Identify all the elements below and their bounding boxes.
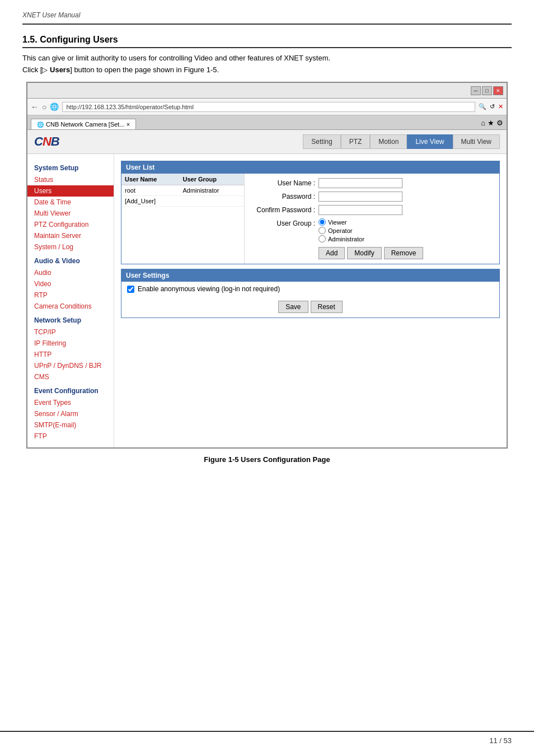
radio-operator-input[interactable]: [318, 227, 326, 234]
sidebar-item-video[interactable]: Video: [27, 278, 114, 290]
stop-icon: ✕: [498, 103, 503, 110]
sidebar-item-maintain[interactable]: Maintain Server: [27, 230, 114, 241]
nav-tab-ptz[interactable]: PTZ: [341, 134, 371, 149]
instruction-bold: Users: [50, 66, 70, 74]
password-input[interactable]: [318, 192, 402, 202]
address-input[interactable]: http://192.168.123.35/html/operator/Setu…: [62, 102, 475, 112]
remove-button[interactable]: Remove: [384, 247, 424, 259]
username-input[interactable]: [318, 178, 402, 188]
page-number: 11 / 53: [489, 736, 512, 745]
manual-title: XNET User Manual: [22, 11, 512, 25]
radio-viewer-input[interactable]: [318, 218, 326, 226]
sidebar-item-datetime[interactable]: Date & Time: [27, 197, 114, 208]
home-icon[interactable]: ⌂: [481, 119, 485, 127]
confirm-row: Confirm Password :: [251, 205, 493, 215]
password-label: Password :: [251, 193, 318, 200]
section-desc: This can give or limit authority to user…: [22, 54, 512, 62]
browser-tab-icons: ⌂ ★ ⚙: [481, 119, 503, 129]
user-list-panel-body: User Name User Group root Administrator …: [121, 174, 499, 264]
radio-operator-label: Operator: [328, 227, 352, 234]
sidebar-item-multiviewer[interactable]: Multi Viewer: [27, 208, 114, 219]
instruction-icon: ▷: [42, 66, 48, 74]
user-adduser-group: [183, 198, 241, 204]
password-row: Password :: [251, 192, 493, 202]
col-usergroup-header: User Group: [183, 176, 241, 183]
confirm-input[interactable]: [318, 205, 402, 215]
radio-operator[interactable]: Operator: [318, 227, 364, 234]
modify-button[interactable]: Modify: [347, 247, 381, 259]
nav-tab-motion[interactable]: Motion: [370, 134, 407, 149]
radio-viewer[interactable]: Viewer: [318, 218, 364, 226]
col-username-header: User Name: [125, 176, 183, 183]
nav-tab-setting[interactable]: Setting: [303, 134, 340, 149]
user-settings-body: Enable anonymous viewing (log-in not req…: [121, 282, 499, 296]
cnb-logo: CNB: [34, 134, 59, 149]
sidebar-item-tcpip[interactable]: TCP/IP: [27, 326, 114, 338]
browser-address-bar: ← ○ 🌐 http://192.168.123.35/html/operato…: [27, 99, 507, 115]
user-settings-panel: User Settings Enable anonymous viewing (…: [121, 269, 500, 318]
nav-tabs: Setting PTZ Motion Live View Multi View: [303, 134, 500, 149]
usergroup-row: User Group : Viewer Operator: [251, 218, 493, 242]
page-container: XNET User Manual 1.5. Configuring Users …: [0, 0, 534, 756]
sidebar-item-sensor[interactable]: Sensor / Alarm: [27, 408, 114, 419]
anonymous-viewing-checkbox[interactable]: [127, 286, 134, 293]
radio-administrator-input[interactable]: [318, 235, 326, 242]
sidebar-item-http[interactable]: HTTP: [27, 349, 114, 360]
user-table: User Name User Group root Administrator …: [121, 174, 245, 264]
anonymous-viewing-label: Enable anonymous viewing (log-in not req…: [138, 285, 280, 293]
back-button[interactable]: ←: [31, 102, 39, 111]
radio-group: Viewer Operator Administra: [318, 218, 364, 242]
browser-window: ─ □ ✕ ← ○ 🌐 http://192.168.123.35/html/o…: [26, 82, 508, 449]
sidebar-item-status[interactable]: Status: [27, 174, 114, 185]
sidebar: System Setup Status Users Date & Time Mu…: [27, 154, 114, 447]
star-icon[interactable]: ★: [488, 119, 494, 127]
figure-caption: Figure 1-5 Users Configuration Page: [22, 455, 512, 464]
username-row: User Name :: [251, 178, 493, 188]
browser-tab-bar: 🌐 CNB Network Camera [Set... × ⌂ ★ ⚙: [27, 115, 507, 130]
anonymous-viewing-row[interactable]: Enable anonymous viewing (log-in not req…: [127, 285, 494, 293]
radio-administrator[interactable]: Administrator: [318, 235, 364, 242]
sidebar-section-system: System Setup: [27, 160, 114, 174]
user-adduser: [Add_User]: [125, 198, 183, 204]
sidebar-item-rtp[interactable]: RTP: [27, 290, 114, 301]
save-button[interactable]: Save: [278, 301, 308, 313]
sidebar-section-event: Event Configuration: [27, 382, 114, 397]
nav-tab-liveview[interactable]: Live View: [407, 134, 452, 149]
tab-label: CNB Network Camera [Set... ×: [46, 121, 130, 128]
table-row[interactable]: root Administrator: [121, 185, 244, 196]
sidebar-item-users[interactable]: Users: [27, 185, 114, 197]
section-number: 1.5.: [22, 35, 38, 44]
close-button[interactable]: ✕: [493, 86, 503, 95]
sidebar-item-upnp[interactable]: UPnP / DynDNS / BJR: [27, 360, 114, 371]
browser-titlebar: ─ □ ✕: [27, 83, 507, 99]
add-button[interactable]: Add: [318, 247, 345, 259]
sidebar-item-audio[interactable]: Audio: [27, 267, 114, 278]
gear-icon[interactable]: ⚙: [496, 119, 503, 127]
minimize-button[interactable]: ─: [471, 86, 481, 95]
browser-tab[interactable]: 🌐 CNB Network Camera [Set... ×: [31, 119, 136, 129]
sidebar-item-syslog[interactable]: System / Log: [27, 241, 114, 253]
search-icon: 🔍: [479, 103, 486, 110]
section-title: 1.5. Configuring Users: [22, 35, 512, 48]
sidebar-item-ipfiltering[interactable]: IP Filtering: [27, 338, 114, 349]
nav-tab-multiview[interactable]: Multi View: [453, 134, 500, 149]
sidebar-item-ftp[interactable]: FTP: [27, 431, 114, 442]
reset-button[interactable]: Reset: [311, 301, 343, 313]
table-row[interactable]: [Add_User]: [121, 196, 244, 207]
confirm-label: Confirm Password :: [251, 206, 318, 214]
camera-body: System Setup Status Users Date & Time Mu…: [27, 154, 507, 447]
user-table-header: User Name User Group: [121, 174, 244, 185]
sidebar-item-smtp[interactable]: SMTP(E-mail): [27, 419, 114, 431]
sidebar-item-camera-conditions[interactable]: Camera Conditions: [27, 301, 114, 312]
maximize-button[interactable]: □: [482, 86, 492, 95]
user-list-panel: User List User Name User Group root: [121, 161, 500, 264]
sidebar-item-cms[interactable]: CMS: [27, 371, 114, 382]
usergroup-label: User Group :: [251, 218, 318, 227]
sidebar-item-eventtypes[interactable]: Event Types: [27, 397, 114, 408]
forward-button[interactable]: ○: [42, 102, 46, 111]
user-root-group: Administrator: [183, 187, 241, 194]
user-form: User Name : Password : Confirm Password …: [245, 174, 499, 264]
globe-icon: 🌐: [50, 102, 59, 111]
tab-icon: 🌐: [37, 122, 44, 128]
sidebar-item-ptzconfig[interactable]: PTZ Configuration: [27, 219, 114, 230]
